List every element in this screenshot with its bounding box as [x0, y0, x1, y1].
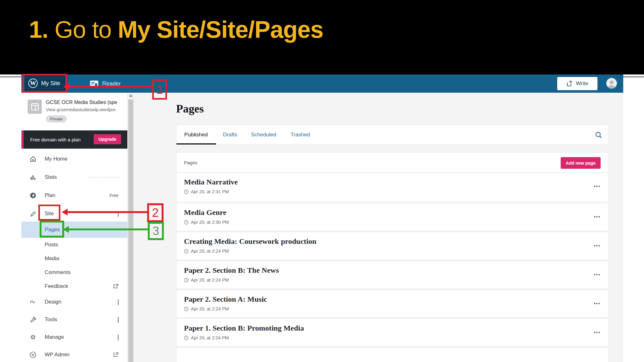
page-title-link[interactable]: Paper 2. Section A: Music	[184, 295, 267, 304]
sidebar-item-wp-admin[interactable]: W WP Admin	[21, 346, 127, 362]
annotation-arrow-1-head	[63, 83, 69, 90]
page-actions-ellipsis[interactable]: •••	[594, 243, 601, 248]
page-date: Apr 20, at 2:31 PM	[184, 189, 229, 194]
reader-button[interactable]: Reader	[90, 74, 121, 93]
page-actions-ellipsis[interactable]: •••	[594, 272, 601, 277]
page-date: Apr 20, at 2:30 PM	[184, 220, 229, 225]
page-title-link[interactable]: Media Narrative	[184, 178, 238, 186]
page-date: Apr 20, at 2:24 PM	[184, 335, 229, 340]
page-row[interactable]: Media Genre Apr 20, at 2:30 PM •••	[176, 202, 608, 231]
chevron-down-icon	[118, 335, 119, 340]
sidebar-item-label: Design	[45, 299, 61, 305]
sidebar-item-tools[interactable]: Tools	[21, 311, 127, 328]
page-row[interactable]: Media Narrative Apr 20, at 2:31 PM •••	[176, 173, 608, 202]
page-title-link[interactable]: Media Genre	[184, 208, 226, 217]
page-date-text: Apr 20, at 2:24 PM	[191, 249, 229, 254]
sidebar-item-media[interactable]: Media	[21, 252, 127, 266]
annotation-box-site	[38, 205, 60, 221]
plan-icon	[30, 192, 36, 199]
page-date: Apr 20, at 2:24 PM	[184, 249, 229, 254]
page-actions-ellipsis[interactable]: •••	[594, 330, 601, 335]
page-actions-ellipsis[interactable]: •••	[594, 301, 601, 306]
upgrade-button[interactable]: Upgrade	[94, 134, 121, 144]
page-date-text: Apr 20, at 2:24 PM	[191, 335, 229, 340]
annotation-arrow-2-line	[67, 211, 148, 213]
sidebar-item-comments[interactable]: Comments	[21, 266, 127, 279]
sidebar-item-label: Stats	[45, 174, 57, 180]
page-row[interactable]: Paper 2. Section B: The News Apr 20, at …	[176, 260, 608, 288]
sidebar-item-plan[interactable]: Plan Free	[21, 188, 127, 203]
write-icon	[566, 80, 573, 87]
clock-icon	[184, 249, 189, 254]
page-actions-ellipsis[interactable]: •••	[594, 214, 601, 219]
upsell-stripe	[21, 130, 24, 149]
pages-tabs-bar: Published Drafts Scheduled Trashed	[176, 125, 608, 145]
sidebar-item-label: Comments	[45, 269, 70, 276]
clock-icon	[184, 278, 189, 282]
add-new-page-button[interactable]: Add new page	[561, 157, 601, 169]
sidebar-item-label: WP Admin	[45, 352, 69, 358]
slide-step-number: 1.	[29, 16, 48, 43]
tab-scheduled[interactable]: Scheduled	[251, 125, 276, 145]
page-row[interactable]: Paper 1. Section B: Promoting Media Apr …	[176, 317, 608, 346]
sidebar-item-label: Plan	[45, 192, 55, 199]
pages-list-header: Pages Add new page	[176, 153, 608, 173]
plan-meta: Free	[109, 193, 119, 198]
page-date-text: Apr 20, at 2:30 PM	[191, 220, 229, 225]
search-button[interactable]	[594, 130, 604, 140]
masterbar: W My Site Reader Write	[21, 74, 623, 93]
page-row[interactable]: Paper 2. Section A: Music Apr 20, at 2:2…	[176, 288, 608, 317]
home-icon	[30, 156, 36, 162]
sidebar-item-label: Manage	[45, 334, 64, 340]
sidebar-item-posts[interactable]: Posts	[21, 238, 127, 252]
page-actions-ellipsis[interactable]: •••	[594, 184, 601, 189]
sidebar-item-site[interactable]: Site	[21, 206, 127, 222]
page-title-link[interactable]: Creating Media: Coursework production	[184, 237, 316, 246]
scrollbar-thumb[interactable]	[128, 100, 133, 362]
privacy-badge: Private	[46, 115, 67, 123]
annotation-box-pages	[40, 221, 64, 238]
annotation-arrow-3-line	[68, 228, 148, 230]
annotation-arrow-1-line	[68, 86, 153, 87]
sidebar: GCSE OCR Media Studies (spe View gcsemed…	[21, 93, 127, 362]
external-link-icon	[113, 352, 119, 358]
tab-drafts[interactable]: Drafts	[223, 125, 237, 145]
sidebar-item-design[interactable]: Design	[21, 293, 127, 311]
upsell-banner: Free domain with a plan Upgrade	[21, 130, 127, 149]
design-squiggle-icon	[30, 299, 36, 305]
stats-sparkline-placeholder	[88, 177, 120, 178]
avatar[interactable]	[606, 78, 617, 89]
chevron-down-icon	[118, 317, 119, 322]
page-row[interactable]: Creating Media: Coursework production Ap…	[176, 231, 608, 260]
pencil-icon	[30, 210, 36, 217]
page-date-text: Apr 20, at 2:24 PM	[191, 306, 229, 311]
sidebar-item-label: My Home	[45, 156, 68, 162]
stats-icon	[30, 174, 36, 181]
page-row-partial	[176, 346, 608, 362]
page-title-link[interactable]: Paper 1. Section B: Promoting Media	[184, 324, 304, 332]
sidebar-item-label: Tools	[45, 316, 57, 323]
list-header-label: Pages	[184, 160, 197, 165]
sidebar-item-my-home[interactable]: My Home	[21, 151, 127, 167]
page-title-link[interactable]: Paper 2. Section B: The News	[184, 266, 279, 275]
sidebar-item-feedback[interactable]: Feedback	[21, 279, 127, 293]
site-url-link[interactable]: View gcsemediastudieswlp.wordpre	[46, 107, 125, 112]
sidebar-item-stats[interactable]: Stats	[21, 169, 127, 185]
page-title: Pages	[176, 102, 204, 115]
slide-title-bold: My Site/Site/Pages	[118, 16, 324, 43]
slide-title-regular: Go to	[48, 16, 118, 43]
site-card[interactable]: GCSE OCR Media Studies (spe View gcsemed…	[21, 93, 127, 130]
sidebar-scrollbar[interactable]	[127, 93, 134, 362]
chevron-down-icon	[118, 299, 119, 304]
sidebar-item-label: Posts	[45, 242, 58, 248]
active-tab-underline	[176, 143, 216, 145]
sidebar-item-manage[interactable]: ⚙ Manage	[21, 328, 127, 346]
scrollbar-up-arrow-icon[interactable]	[129, 94, 133, 97]
annotation-arrow-3-head	[63, 226, 69, 233]
clock-icon	[184, 220, 189, 225]
write-button[interactable]: Write	[557, 77, 597, 90]
clock-icon	[184, 307, 189, 311]
tab-trashed[interactable]: Trashed	[291, 125, 310, 145]
tab-published[interactable]: Published	[184, 125, 208, 145]
external-link-icon	[113, 283, 119, 289]
